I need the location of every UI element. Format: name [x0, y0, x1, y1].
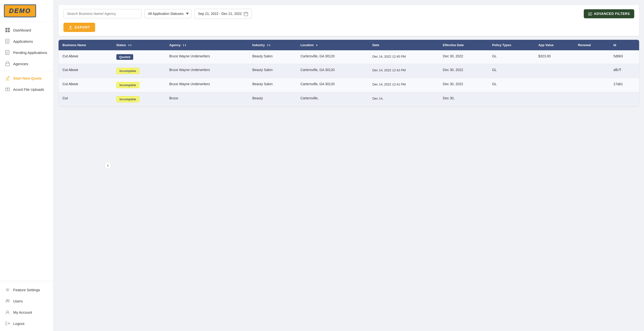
cell-id: 5d663 [609, 50, 639, 64]
table-row[interactable]: Cut Above Incomplete Bruce Wayne Underwr… [58, 64, 639, 78]
cell-business-name: Cut Above [58, 78, 112, 92]
cell-effective-date: Dec 30, [439, 92, 488, 106]
cell-agency: Bruce Wayne Underwriters [166, 78, 248, 92]
cell-location: Cartersville, GA 30120 [297, 78, 368, 92]
applications-table: Business Name Status ⬆⬇ Agency ⬆⬇ Indust… [58, 40, 639, 106]
sidebar-item-agencies[interactable]: Agencies [0, 58, 54, 69]
svg-rect-18 [244, 13, 248, 16]
date-range-value: Sep 21, 2022 - Dec 21, 2022 [198, 12, 242, 16]
cell-date: Dec 14, 2022 12:42 PM [368, 64, 439, 78]
cloud-upload-icon [68, 25, 73, 30]
col-app-value[interactable]: App Value [534, 40, 574, 50]
sidebar: DEMO Dashboard [0, 0, 54, 331]
sidebar-item-label: Logout [13, 321, 24, 326]
cell-date: Dec 14, [368, 92, 439, 106]
cell-renewal [574, 78, 609, 92]
collapse-sidebar-button[interactable] [104, 162, 111, 169]
cell-date: Dec 14, 2022 12:45 PM [368, 50, 439, 64]
col-id[interactable]: Id [609, 40, 639, 50]
sidebar-item-label: My Account [13, 310, 32, 314]
sidebar-item-label: Agencies [13, 62, 28, 66]
cell-id: 17ab1 [609, 78, 639, 92]
table-row[interactable]: Cut Incomplete Bruce Beauty Cartersville… [58, 92, 639, 106]
table-row[interactable]: Cut Above Incomplete Bruce Wayne Underwr… [58, 78, 639, 92]
sidebar-item-my-account[interactable]: My Account [0, 306, 54, 318]
sort-icon: ⬆⬇ [267, 44, 270, 47]
main-content: All Application StatusesQuotedIncomplete… [54, 0, 644, 331]
logout-icon [5, 321, 10, 326]
col-renewal[interactable]: Renewal [574, 40, 609, 50]
sidebar-item-applications[interactable]: Applications [0, 36, 54, 47]
cell-policy-types [488, 92, 534, 106]
sidebar-item-dashboard[interactable]: Dashboard [0, 25, 54, 36]
cell-status: Incomplete [112, 64, 166, 78]
svg-rect-0 [5, 28, 7, 30]
cell-app-value [534, 78, 574, 92]
sidebar-item-logout[interactable]: Logout [0, 318, 54, 329]
sort-icon: ⬆⬇ [128, 44, 132, 47]
sidebar-item-users[interactable]: Users [0, 295, 54, 306]
pending-icon [5, 50, 10, 55]
svg-rect-8 [6, 50, 9, 55]
cell-app-value [534, 64, 574, 78]
table-header: Business Name Status ⬆⬇ Agency ⬆⬇ Indust… [58, 40, 639, 50]
cell-agency: Bruce Wayne Underwriters [166, 64, 248, 78]
date-range-picker[interactable]: Sep 21, 2022 - Dec 21, 2022 [194, 9, 252, 19]
svg-point-15 [6, 299, 8, 301]
sidebar-item-label: Start New Quote [13, 76, 42, 80]
sort-icon-active: ▼ [316, 44, 318, 47]
col-location[interactable]: Location ▼ [297, 40, 368, 50]
svg-rect-12 [6, 63, 10, 66]
advanced-filters-button[interactable]: ADVANCED FILTERS [584, 9, 634, 18]
col-effective-date[interactable]: Effective Date [439, 40, 488, 50]
col-industry[interactable]: Industry ⬆⬇ [248, 40, 297, 50]
cell-policy-types: GL [488, 64, 534, 78]
table-row[interactable]: Cut Above Quoted Bruce Wayne Underwriter… [58, 50, 639, 64]
logo-text: DEMO [9, 7, 31, 15]
export-button[interactable]: EXPORT [64, 23, 95, 32]
col-status[interactable]: Status ⬆⬇ [112, 40, 166, 50]
calendar-icon [244, 12, 248, 16]
filter-bar: All Application StatusesQuotedIncomplete… [58, 5, 639, 36]
sidebar-item-label: Acord File Uploads [13, 87, 44, 92]
table-body: Cut Above Quoted Bruce Wayne Underwriter… [58, 50, 639, 106]
sidebar-item-label: Dashboard [13, 28, 31, 32]
cell-agency: Bruce [166, 92, 248, 106]
cell-policy-types: GL [488, 78, 534, 92]
svg-rect-3 [8, 30, 10, 32]
cell-business-name: Cut [58, 92, 112, 106]
advanced-filters-label: ADVANCED FILTERS [594, 12, 630, 16]
search-input[interactable] [64, 9, 142, 18]
cell-policy-types: GL [488, 50, 534, 64]
sidebar-item-label: Feature Settings [13, 288, 40, 292]
cell-business-name: Cut Above [58, 64, 112, 78]
sidebar-item-label: Pending Applications [13, 51, 47, 55]
cell-renewal [574, 92, 609, 106]
nav-divider-bottom [0, 280, 54, 280]
col-agency[interactable]: Agency ⬆⬇ [166, 40, 248, 50]
cell-app-value: $323.00 [534, 50, 574, 64]
cell-effective-date: Dec 30, 2022 [439, 78, 488, 92]
col-date[interactable]: Date [368, 40, 439, 50]
dashboard-icon [5, 27, 10, 33]
sidebar-item-label: Applications [13, 39, 33, 44]
cell-industry: Beauty Salon [248, 64, 297, 78]
sidebar-item-feature-settings[interactable]: Feature Settings [0, 284, 54, 295]
col-business-name[interactable]: Business Name [58, 40, 112, 50]
sidebar-item-acord-file-uploads[interactable]: Acord File Uploads [0, 84, 54, 95]
svg-point-16 [8, 300, 10, 301]
table: Business Name Status ⬆⬇ Agency ⬆⬇ Indust… [58, 40, 639, 106]
nav-divider [0, 71, 54, 71]
export-label: EXPORT [75, 25, 90, 29]
quote-icon [5, 75, 10, 81]
sidebar-item-start-new-quote[interactable]: Start New Quote [0, 73, 54, 84]
sidebar-item-pending-applications[interactable]: Pending Applications [0, 47, 54, 58]
status-select[interactable]: All Application StatusesQuotedIncomplete… [144, 9, 192, 18]
users-icon [5, 298, 10, 304]
account-icon [5, 309, 10, 315]
cell-location: Cartersville, [297, 92, 368, 106]
cell-status: Incomplete [112, 78, 166, 92]
col-policy-types[interactable]: Policy Types [488, 40, 534, 50]
upload-icon [5, 87, 10, 92]
cell-industry: Beauty [248, 92, 297, 106]
